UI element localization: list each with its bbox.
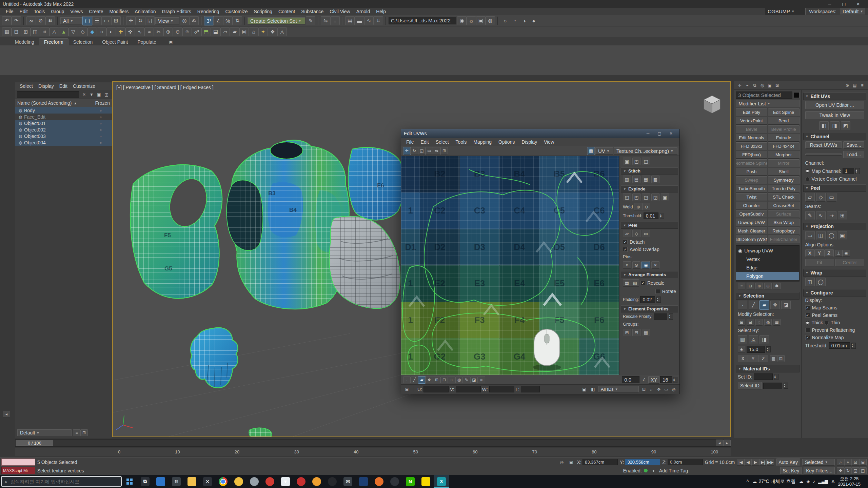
tool-icon[interactable]: ❖ — [268, 27, 277, 36]
modifier-button[interactable]: Morpher — [768, 151, 800, 159]
remove-modifier-icon[interactable]: ⊖ — [764, 283, 772, 289]
align-normal-icon[interactable]: ⊥ — [835, 250, 843, 257]
frozen-cell[interactable]: ▫ — [91, 108, 111, 113]
tweak-in-view-button[interactable]: Tweak In View — [805, 111, 865, 119]
display-tab-icon[interactable]: ▣ — [766, 82, 773, 89]
modifier-button[interactable]: Extrude — [768, 134, 800, 142]
configure-rollout[interactable]: Configure — [803, 289, 867, 297]
uv-paint-select-icon[interactable]: ✎ — [463, 377, 470, 383]
axis-gizmo-icon[interactable]: ⊡ — [777, 355, 785, 362]
tray-expand-caret[interactable]: ^ — [747, 479, 749, 484]
explorer-config-icon[interactable]: ≡ — [73, 429, 80, 436]
pelt-map-icon[interactable]: ▭ — [827, 193, 836, 202]
tool-icon[interactable]: ▦ — [2, 27, 12, 36]
panel-menu-icon[interactable]: ≡ — [859, 82, 866, 89]
y-coordinate-field[interactable]: 320.558cm — [625, 459, 660, 465]
utilities-tab-icon[interactable]: ⊠ — [773, 82, 781, 89]
uv-canvas[interactable]: B2B3B4B5B61C2C3C4C5C6D1D2D3D4D5D61E2E3E4… — [401, 156, 619, 375]
element-properties-rollout[interactable]: Element Properties — [621, 305, 678, 312]
modifier-button[interactable]: Unwrap UVW — [736, 219, 767, 226]
rotate-angle-field[interactable]: 0.0 — [622, 376, 639, 383]
polygon-sub-icon[interactable]: ▰ — [760, 301, 769, 309]
select-by-name-icon[interactable]: ☰ — [92, 16, 102, 25]
menu-item[interactable]: Animation — [132, 8, 159, 15]
explorer-preset-dropdown[interactable]: Default — [17, 429, 72, 436]
uv-mirror-icon[interactable]: ⇋ — [433, 147, 440, 155]
edit-named-sets-icon[interactable]: ✎ — [306, 16, 315, 25]
align-axis-button[interactable]: Y — [815, 249, 824, 257]
curve-editor-icon[interactable]: ∿ — [364, 16, 374, 25]
tool-icon[interactable]: ○ — [97, 27, 106, 36]
uv-break-icon[interactable]: ◩ — [841, 121, 850, 130]
unpin-icon[interactable]: ⊘ — [632, 261, 640, 269]
select-id-field[interactable] — [763, 383, 782, 389]
lock-explorer-icon[interactable]: ▣ — [95, 91, 103, 98]
element-sub-icon[interactable]: ❖ — [770, 301, 780, 309]
kakaotalk-icon[interactable] — [418, 475, 434, 488]
show-map-toggle-icon[interactable]: ▦ — [587, 147, 595, 155]
uv-space-dropdown[interactable]: UV — [595, 147, 613, 155]
axis-lock-icon[interactable]: ▦ — [770, 355, 777, 362]
uv-edge-mode-icon[interactable]: ╱ — [411, 377, 418, 383]
flatten-polygon-icon[interactable]: ▣ — [661, 194, 669, 201]
peel-rollout-cmd[interactable]: Peel — [803, 184, 867, 192]
ribbon-tab[interactable]: Modeling — [10, 39, 39, 45]
uv-menu-item[interactable]: Mapping — [470, 139, 495, 145]
uv-lock-icon[interactable]: ▣ — [580, 386, 588, 393]
play-icon[interactable]: ▶ — [752, 459, 759, 466]
antivirus-icon[interactable]: ◈ — [806, 479, 810, 484]
map-channel-radio[interactable]: Map Channel: — [805, 168, 841, 174]
abandon-button[interactable] — [805, 154, 842, 156]
display-mode-icon[interactable]: ◫ — [103, 91, 110, 98]
modifier-button[interactable]: TurboSmooth — [736, 185, 767, 192]
modifier-button[interactable]: Skin Wrap — [768, 219, 800, 226]
tool-icon[interactable]: ✜ — [125, 27, 135, 36]
frozen-cell[interactable]: ▫ — [91, 134, 111, 139]
spherical-map-icon[interactable]: ◯ — [827, 231, 836, 240]
modifier-button[interactable]: Sweep — [736, 176, 767, 184]
frozen-cell[interactable]: ▫ — [91, 121, 111, 126]
uv-vertex-mode-icon[interactable]: ∙ — [403, 377, 411, 383]
seam-thickness-radio[interactable]: Thick — [805, 320, 823, 325]
projection-rollout[interactable]: Projection — [803, 223, 867, 230]
select-and-rotate-icon[interactable]: ↻ — [136, 16, 145, 25]
quick-peel-icon[interactable]: ◇ — [816, 193, 826, 202]
object-name-field[interactable]: 3 Objects Selected — [736, 92, 792, 99]
ribbon-tab[interactable]: Selection — [68, 39, 98, 45]
peel-checkbox[interactable]: Avoid Overlap — [623, 247, 659, 252]
zoom-extents-icon[interactable]: ⊡ — [852, 459, 859, 466]
uv-menu-item[interactable]: File — [403, 139, 417, 145]
app-icon-yellow[interactable] — [231, 475, 246, 488]
explorer-row[interactable]: ◍ Object002 ▫ — [15, 126, 112, 133]
uv-pan-icon[interactable]: ✥ — [655, 386, 663, 393]
rescale-checkbox[interactable]: Rescale — [640, 280, 665, 286]
box-map-icon[interactable]: ▣ — [838, 231, 847, 240]
motion-tab-icon[interactable]: ◎ — [758, 82, 766, 89]
uv-menu-item[interactable]: Options — [495, 139, 518, 145]
modifier-button[interactable]: PathDeform (WSM) — [736, 236, 767, 243]
rescale-priority-field[interactable] — [654, 313, 667, 320]
app-icon-gray[interactable] — [246, 475, 262, 488]
modifier-button[interactable]: FFD(box) — [736, 151, 767, 159]
configure-checkbox[interactable]: Prevent Reflattening — [805, 327, 855, 333]
tool-icon[interactable]: ⌂ — [249, 27, 258, 36]
select-and-link-icon[interactable]: ∞ — [26, 16, 36, 25]
panel-lock-icon[interactable]: ▤ — [851, 82, 859, 89]
key-filters-button[interactable]: Key Filters... — [804, 467, 835, 474]
rendered-frame-icon[interactable]: ▣ — [476, 16, 486, 25]
maxscript-mini-listener[interactable]: MAXScript Mi — [1, 467, 35, 474]
stack-subobject-row[interactable]: Vertex — [736, 255, 799, 263]
select-object-icon[interactable]: ▢ — [83, 16, 92, 25]
w-field[interactable] — [489, 386, 514, 392]
unlink-selection-icon[interactable]: ⊘ — [36, 16, 45, 25]
uv-freeform-icon[interactable]: ▭ — [426, 147, 433, 155]
rescale-priority-spinner[interactable]: ▴▾ — [669, 313, 673, 320]
uv-zoom-region-icon[interactable]: ▭ — [663, 386, 670, 393]
uv-zoom-extents-icon[interactable]: ⊡ — [640, 386, 648, 393]
bind-to-spacewarp-icon[interactable]: ≋ — [45, 16, 55, 25]
padding-spinner[interactable]: ▴▾ — [656, 297, 661, 303]
vertex-color-radio[interactable]: Vertex Color Channel — [805, 176, 857, 182]
new-explorer-icon[interactable]: ⊞ — [80, 429, 88, 436]
task-view-button[interactable]: ⧉ — [137, 475, 153, 488]
modifier-button[interactable]: Mesh Cleaner — [736, 227, 767, 235]
